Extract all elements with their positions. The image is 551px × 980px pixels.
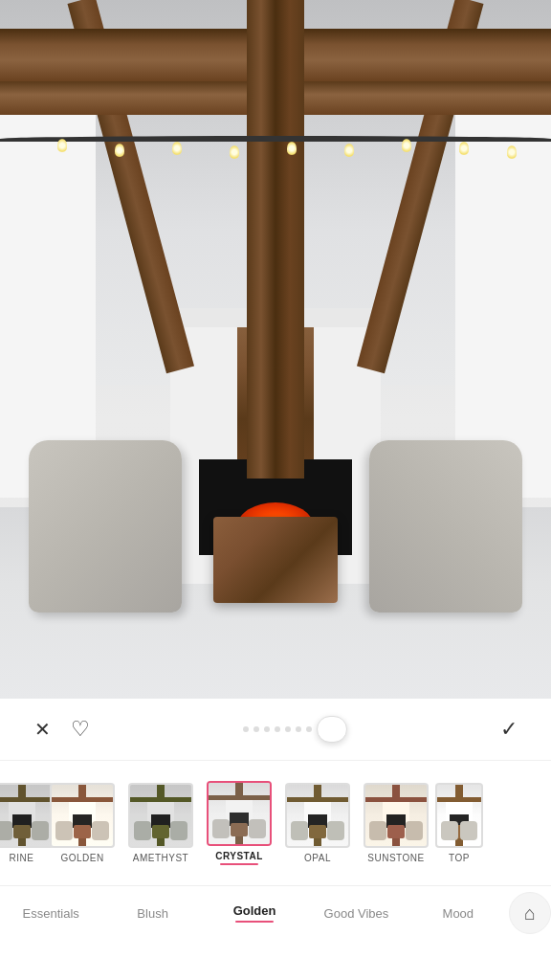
- nav-item-blush[interactable]: Blush: [101, 902, 203, 924]
- close-button[interactable]: [23, 710, 61, 748]
- filter-item-amethyst[interactable]: AMETHYST: [121, 779, 200, 867]
- beam-vertical-center: [247, 0, 304, 479]
- action-bar: [0, 699, 551, 761]
- light-bulb: [459, 142, 469, 155]
- home-icon: [524, 902, 536, 924]
- nav-label-blush: Blush: [137, 906, 168, 921]
- dot: [296, 726, 301, 732]
- light-bulb: [287, 142, 297, 155]
- filter-label-marine: RINE: [10, 853, 34, 863]
- chair-left: [29, 440, 182, 612]
- filter-item-crystal[interactable]: CRYSTAL: [200, 777, 278, 869]
- filter-selected-indicator: [220, 863, 258, 865]
- filter-item-golden[interactable]: GOLDEN: [43, 779, 121, 867]
- confirm-button[interactable]: [490, 710, 528, 748]
- dot: [243, 726, 249, 732]
- filter-label-sunstone: SUNSTONE: [367, 853, 424, 863]
- dot-slider[interactable]: [317, 716, 347, 743]
- coffee-table: [213, 517, 338, 603]
- chair-right: [369, 440, 522, 612]
- string-lights: [0, 115, 551, 191]
- nav-label-essentials: Essentials: [23, 906, 79, 921]
- bottom-nav: Essentials Blush Golden Good Vibes Mood: [0, 885, 551, 947]
- filter-label-topaz: TOP: [449, 853, 470, 863]
- filter-label-golden: GOLDEN: [60, 853, 103, 863]
- filter-label-opal: OPAL: [304, 853, 331, 863]
- nav-label-golden: Golden: [233, 903, 276, 918]
- filter-item-sunstone[interactable]: SUNSTONE: [357, 779, 435, 867]
- nav-label-good-vibes: Good Vibes: [324, 906, 389, 921]
- filter-label-amethyst: AMETHYST: [133, 853, 188, 863]
- filter-item-topaz[interactable]: TOP: [435, 779, 483, 867]
- filter-item-opal[interactable]: OPAL: [278, 779, 357, 867]
- light-bulb: [344, 144, 354, 157]
- light-bulb: [172, 142, 182, 155]
- nav-label-mood: Mood: [443, 906, 474, 921]
- progress-dots: [99, 716, 490, 743]
- dot: [264, 726, 270, 732]
- light-bulb: [57, 139, 67, 152]
- filter-label-crystal: CRYSTAL: [215, 851, 263, 861]
- light-bulb: [230, 145, 239, 159]
- filter-item-marine[interactable]: RINE: [0, 779, 43, 867]
- photo-scene: [0, 0, 551, 699]
- nav-active-indicator: [235, 921, 274, 923]
- nav-item-mood[interactable]: Mood: [408, 902, 509, 924]
- dot: [275, 726, 280, 732]
- nav-item-golden[interactable]: Golden: [204, 900, 305, 926]
- nav-item-essentials[interactable]: Essentials: [0, 902, 101, 924]
- filter-strip: RINE GOLDEN: [0, 761, 551, 885]
- dot: [306, 726, 312, 732]
- check-icon: [500, 717, 518, 742]
- heart-icon: [71, 717, 90, 742]
- dot: [285, 726, 291, 732]
- home-button[interactable]: [509, 892, 551, 934]
- dot: [253, 726, 259, 732]
- heart-button[interactable]: [61, 710, 99, 748]
- photo-area: [0, 0, 551, 699]
- light-bulb: [115, 144, 124, 157]
- light-bulb: [402, 139, 411, 152]
- close-icon: [34, 718, 51, 741]
- light-bulb: [507, 145, 517, 159]
- nav-item-good-vibes[interactable]: Good Vibes: [305, 902, 407, 924]
